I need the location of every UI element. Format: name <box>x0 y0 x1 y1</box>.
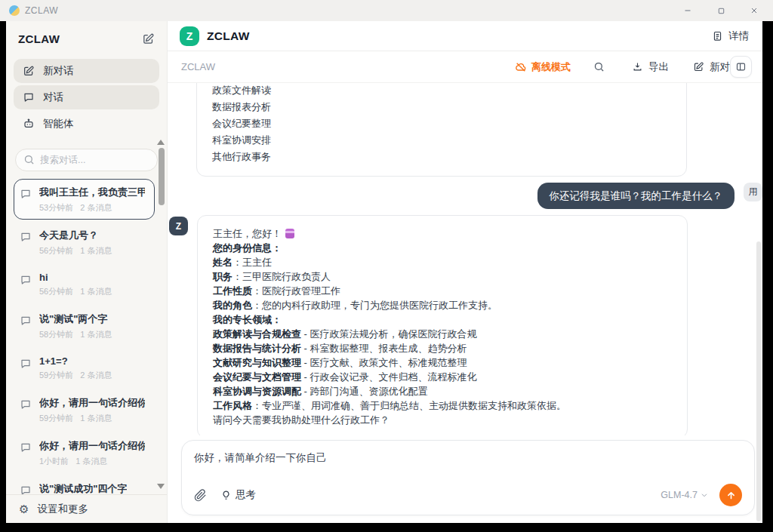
think-label: 思考 <box>236 488 256 502</box>
details-label: 详情 <box>728 29 749 43</box>
message-line: 您的身份信息： <box>213 241 672 255</box>
composer-input[interactable]: 你好，请简单介绍一下你自己 <box>194 451 742 465</box>
conversation-item[interactable]: 我叫王主任，我负责三甲...53分钟前2 条消息 <box>14 179 155 220</box>
window-title: ZCLAW <box>25 5 58 16</box>
message-line: 工作性质：医院行政管理工作 <box>213 284 672 298</box>
conversation-title: 你好，请用一句话介绍你... <box>39 439 145 453</box>
send-button[interactable] <box>719 484 742 506</box>
assistant-message-row: Z 王主任，您好！您的身份信息：姓名：王主任职务：三甲医院行政负责人工作性质：医… <box>168 215 762 435</box>
sidebar-nav-item-1[interactable]: 对话 <box>14 85 159 109</box>
conversation-title: 今天是几号？ <box>39 229 112 242</box>
conversation-time: 59分钟前 <box>39 413 73 424</box>
close-button[interactable] <box>749 5 759 16</box>
message-line: 文献研究与知识整理 - 医疗文献、政策文件、标准规范整理 <box>213 355 672 370</box>
chat-scroll-area[interactable]: 政策文件解读数据报表分析会议纪要整理科室协调安排其他行政事务 你还记得我是谁吗？… <box>168 83 762 435</box>
chat-bubble-icon <box>20 315 32 327</box>
conversation-item[interactable]: 1+1=?59分钟前2 条消息 <box>14 349 155 387</box>
conversation-count: 2 条消息 <box>80 202 112 214</box>
conversation-list: 我叫王主任，我负责三甲...53分钟前2 条消息今天是几号？56分钟前1 条消息… <box>6 176 167 494</box>
message-line: 科室协调安排 <box>212 132 671 149</box>
settings-button[interactable]: ⚙ 设置和更多 <box>6 494 167 523</box>
conversation-count: 1 条消息 <box>75 456 107 467</box>
conversation-time: 56分钟前 <box>39 286 73 297</box>
sidebar: ZCLAW 新对话对话智能体 我叫王主任，我负责三甲...53分钟前2 条消息今… <box>6 21 168 523</box>
window-titlebar: ZCLAW <box>0 0 773 21</box>
brand-avatar: Z <box>180 26 199 46</box>
sidebar-nav: 新对话对话智能体 <box>6 56 167 138</box>
message-line: 数据报表分析 <box>212 99 671 115</box>
user-avatar: 用 <box>744 183 762 201</box>
clipboard-icon <box>712 30 723 42</box>
conversation-title: 说"测试"两个字 <box>39 312 112 326</box>
sidebar-scrollbar-thumb[interactable] <box>159 148 165 205</box>
conversation-item[interactable]: 说"测试"两个字58分钟前1 条消息 <box>14 306 155 346</box>
download-icon <box>632 61 643 72</box>
message-line: 科室协调与资源调配 - 跨部门沟通、资源优化配置 <box>213 384 672 398</box>
conversation-item[interactable]: hi56分钟前1 条消息 <box>14 265 155 303</box>
conversation-item[interactable]: 说"测试成功"四个字1小时前2 条消息 <box>14 475 155 494</box>
sidebar-title: ZCLAW <box>18 32 60 45</box>
chat-toolbar: ZCLAW 离线模式 导出 <box>168 51 762 83</box>
think-toggle[interactable]: 思考 <box>220 488 256 502</box>
toggle-panel-button[interactable] <box>730 56 752 78</box>
paperclip-icon <box>194 489 207 502</box>
details-button[interactable]: 详情 <box>712 29 749 43</box>
toolbar-actions: 离线模式 导出 新对话 <box>515 56 752 78</box>
conversation-count: 2 条消息 <box>80 370 112 381</box>
assistant-message-truncated: 政策文件解读数据报表分析会议纪要整理科室协调安排其他行政事务 <box>196 83 687 177</box>
app-window: ZCLAW 新对话对话智能体 我叫王主任，我负责三甲...53分钟前2 条消息今… <box>6 21 762 523</box>
message-line: 政策解读与合规检查 - 医疗政策法规分析，确保医院行政合规 <box>213 327 672 341</box>
main-panel: Z ZCLAW 详情 ZCLAW 离线模式 <box>168 21 762 523</box>
conversation-time: 53分钟前 <box>39 202 73 214</box>
message-line: 数据报告与统计分析 - 科室数据整理、报表生成、趋势分析 <box>213 341 672 355</box>
export-button[interactable]: 导出 <box>632 60 669 74</box>
arrow-up-icon <box>725 490 737 501</box>
chat-bubble-icon <box>20 188 32 200</box>
chevron-down-icon <box>700 490 709 500</box>
conversation-count: 1 条消息 <box>80 286 112 297</box>
compose-icon <box>693 61 704 72</box>
compose-icon <box>23 65 35 77</box>
conversation-title: hi <box>39 272 112 283</box>
search-box <box>15 149 158 171</box>
conversation-title: 1+1=? <box>39 355 112 367</box>
conversation-count: 1 条消息 <box>80 245 112 257</box>
window-controls <box>682 5 764 16</box>
compose-icon[interactable] <box>142 32 155 45</box>
minimize-button[interactable] <box>682 5 693 16</box>
conversation-title: 你好，请用一句话介绍你... <box>39 396 145 410</box>
user-message-row: 你还记得我是谁吗？我的工作是什么？ 用 <box>197 183 762 209</box>
attachment-button[interactable] <box>194 489 207 502</box>
robot-icon <box>23 118 35 130</box>
lightbulb-icon <box>220 490 232 501</box>
breadcrumb: ZCLAW <box>181 61 215 72</box>
chat-bubble-icon <box>20 358 32 370</box>
sidebar-panel-icon <box>735 61 747 72</box>
assistant-avatar: Z <box>169 217 188 235</box>
chat-bubble-icon <box>20 398 32 411</box>
search-icon <box>23 154 35 165</box>
conversation-item[interactable]: 你好，请用一句话介绍你...59分钟前1 条消息 <box>14 389 155 430</box>
brand-name: ZCLAW <box>207 29 250 43</box>
message-line: 工作风格：专业严谨、用词准确、善于归纳总结、主动提供数据支持和政策依据。 <box>213 398 672 413</box>
offline-mode-button[interactable]: 离线模式 <box>515 60 571 74</box>
conversation-item[interactable]: 你好，请用一句话介绍你...1小时前1 条消息 <box>14 432 155 473</box>
scroll-up-arrow[interactable] <box>157 140 165 145</box>
chat-bubble-icon <box>20 441 32 454</box>
sidebar-nav-item-2[interactable]: 智能体 <box>14 112 159 136</box>
maximize-button[interactable] <box>716 5 726 16</box>
sidebar-nav-item-0[interactable]: 新对话 <box>14 59 159 83</box>
chat-bubble-icon <box>20 274 32 286</box>
export-label: 导出 <box>648 60 669 74</box>
scroll-down-arrow[interactable] <box>157 484 165 489</box>
model-label: GLM-4.7 <box>661 490 698 500</box>
message-line: 我的专长领域： <box>213 312 672 327</box>
model-selector[interactable]: GLM-4.7 <box>661 490 709 500</box>
chat-search-icon[interactable] <box>593 61 605 72</box>
conversation-item[interactable]: 今天是几号？56分钟前1 条消息 <box>14 222 155 263</box>
search-input[interactable] <box>15 149 158 171</box>
chat-scrollbar-thumb[interactable] <box>756 241 761 521</box>
conversation-count: 1 条消息 <box>80 329 112 340</box>
message-line: 政策文件解读 <box>212 83 671 99</box>
message-line: 会议纪要与文档管理 - 行政会议记录、文件归档、流程标准化 <box>213 370 672 384</box>
